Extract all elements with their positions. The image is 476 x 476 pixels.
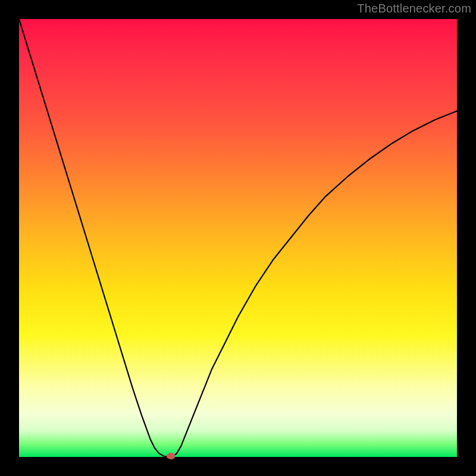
plot-area xyxy=(19,19,457,457)
watermark-text: TheBottlenecker.com xyxy=(357,2,471,15)
bottleneck-curve xyxy=(19,19,457,457)
chart-svg xyxy=(19,19,457,457)
minimum-marker xyxy=(167,453,175,459)
chart-frame: TheBottlenecker.com xyxy=(0,0,476,476)
